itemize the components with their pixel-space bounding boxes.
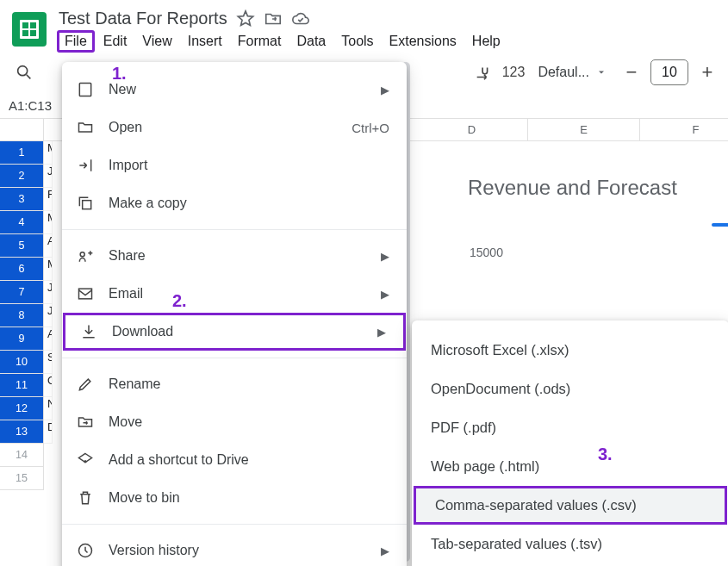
copy-icon <box>76 194 95 213</box>
row-headers: 1 2 3 4 5 6 7 8 9 10 11 12 13 14 15 <box>0 119 44 490</box>
col-header[interactable]: D <box>416 119 528 140</box>
col-header[interactable]: E <box>528 119 640 140</box>
callout-2: 2. <box>172 291 187 311</box>
cell[interactable]: J <box>44 281 53 304</box>
row-header[interactable]: 10 <box>0 351 43 374</box>
row-header[interactable]: 13 <box>0 420 43 444</box>
row-header[interactable]: 6 <box>0 258 43 281</box>
search-icon[interactable] <box>12 60 36 84</box>
row-header[interactable]: 3 <box>0 188 43 211</box>
download-icon <box>79 322 98 341</box>
cell[interactable]: M <box>44 141 53 165</box>
trash-icon <box>76 488 95 507</box>
chevron-down-icon <box>596 67 607 78</box>
menu-extensions[interactable]: Extensions <box>383 30 464 53</box>
row-header[interactable]: 15 <box>0 467 43 490</box>
import-icon <box>76 156 95 175</box>
menubar: File Edit View Insert Format Data Tools … <box>52 28 507 56</box>
select-all[interactable] <box>0 119 43 141</box>
menu-help[interactable]: Help <box>465 30 507 53</box>
cell[interactable]: M <box>44 258 53 281</box>
row-header[interactable]: 7 <box>0 281 43 304</box>
menu-make-copy[interactable]: Make a copy <box>62 184 407 222</box>
col-header[interactable]: F <box>640 119 728 140</box>
cell[interactable]: J <box>44 304 53 327</box>
menu-insert[interactable]: Insert <box>181 30 229 53</box>
cell[interactable]: M <box>44 211 53 234</box>
menu-rename[interactable]: Rename <box>62 365 407 403</box>
menu-import[interactable]: Import <box>62 146 407 184</box>
menu-share[interactable]: Share ▶ <box>62 237 407 275</box>
submenu-arrow-icon: ▶ <box>381 544 389 557</box>
increase-size-icon[interactable]: + <box>695 60 719 84</box>
menu-move[interactable]: Move <box>62 403 407 441</box>
menu-format[interactable]: Format <box>231 30 289 53</box>
menu-email[interactable]: Email ▶ <box>62 275 407 313</box>
download-pdf[interactable]: PDF (.pdf) <box>412 408 728 447</box>
row-header[interactable]: 8 <box>0 304 43 327</box>
sheets-logo[interactable] <box>12 12 47 47</box>
decrease-size-icon[interactable]: − <box>619 60 644 84</box>
cell[interactable]: S <box>44 351 53 374</box>
row-header[interactable]: 1 <box>0 141 43 165</box>
menu-label: Rename <box>109 376 389 392</box>
submenu-arrow-icon: ▶ <box>377 326 386 339</box>
format-number[interactable]: 123 <box>502 65 526 80</box>
download-html[interactable]: Web page (.html) <box>412 447 728 486</box>
cell[interactable]: O <box>44 374 53 397</box>
new-doc-icon <box>76 80 95 99</box>
star-icon[interactable] <box>236 9 255 28</box>
submenu-arrow-icon: ▶ <box>381 288 389 301</box>
row-header[interactable]: 2 <box>0 165 43 188</box>
row-header[interactable]: 12 <box>0 397 43 420</box>
menu-add-shortcut[interactable]: Add a shortcut to Drive <box>62 441 407 479</box>
cell[interactable]: A <box>44 327 53 351</box>
download-ods[interactable]: OpenDocument (.ods) <box>412 370 728 408</box>
menu-label: Import <box>109 158 389 173</box>
row-header[interactable]: 14 <box>0 444 43 467</box>
menu-edit[interactable]: Edit <box>96 30 134 53</box>
menu-label: Make a copy <box>109 196 389 211</box>
download-xlsx[interactable]: Microsoft Excel (.xlsx) <box>412 331 728 370</box>
menu-file[interactable]: File <box>57 30 95 53</box>
row-header[interactable]: 9 <box>0 327 43 351</box>
menu-label: New <box>109 82 367 97</box>
font-dropdown[interactable]: Defaul... <box>532 60 613 84</box>
callout-1: 1. <box>112 64 127 84</box>
download-submenu: Microsoft Excel (.xlsx) OpenDocument (.o… <box>412 320 728 566</box>
menu-version-history[interactable]: Version history ▶ <box>62 532 407 566</box>
decrease-decimal-icon[interactable] <box>471 60 495 84</box>
cell[interactable]: N <box>44 397 53 420</box>
row-header[interactable]: 11 <box>0 374 43 397</box>
cloud-saved-icon[interactable] <box>291 9 310 28</box>
font-size-input[interactable]: 10 <box>650 59 688 85</box>
svg-rect-2 <box>83 201 91 209</box>
menu-open[interactable]: Open Ctrl+O <box>62 109 407 146</box>
rename-icon <box>76 375 95 394</box>
menu-label: Email <box>109 286 367 302</box>
chart-y-tick: 15000 <box>468 246 728 259</box>
menu-tools[interactable]: Tools <box>334 30 380 53</box>
menu-label: Move <box>109 414 389 430</box>
menu-download[interactable]: Download ▶ <box>63 313 406 351</box>
doc-title[interactable]: Test Data For Reports <box>59 9 227 28</box>
menu-data[interactable]: Data <box>289 30 333 53</box>
cell[interactable]: F <box>44 188 53 211</box>
svg-rect-4 <box>79 289 92 299</box>
move-icon <box>76 413 95 432</box>
move-folder-icon[interactable] <box>264 9 283 28</box>
download-csv[interactable]: Comma-separated values (.csv) <box>414 486 727 525</box>
cell[interactable]: D <box>44 420 53 444</box>
cell[interactable]: J <box>44 165 53 188</box>
download-tsv[interactable]: Tab-separated values (.tsv) <box>412 525 728 563</box>
menu-view[interactable]: View <box>135 30 178 53</box>
row-header[interactable]: 5 <box>0 234 43 258</box>
font-name: Defaul... <box>538 65 589 80</box>
menu-label: Version history <box>109 543 367 558</box>
menu-move-to-bin[interactable]: Move to bin <box>62 479 407 517</box>
menu-label: Share <box>109 248 367 264</box>
row-header[interactable]: 4 <box>0 211 43 234</box>
cell[interactable]: A <box>44 234 53 258</box>
callout-3: 3. <box>598 445 613 464</box>
file-menu: New ▶ Open Ctrl+O Import Make a copy Sha… <box>62 62 407 566</box>
